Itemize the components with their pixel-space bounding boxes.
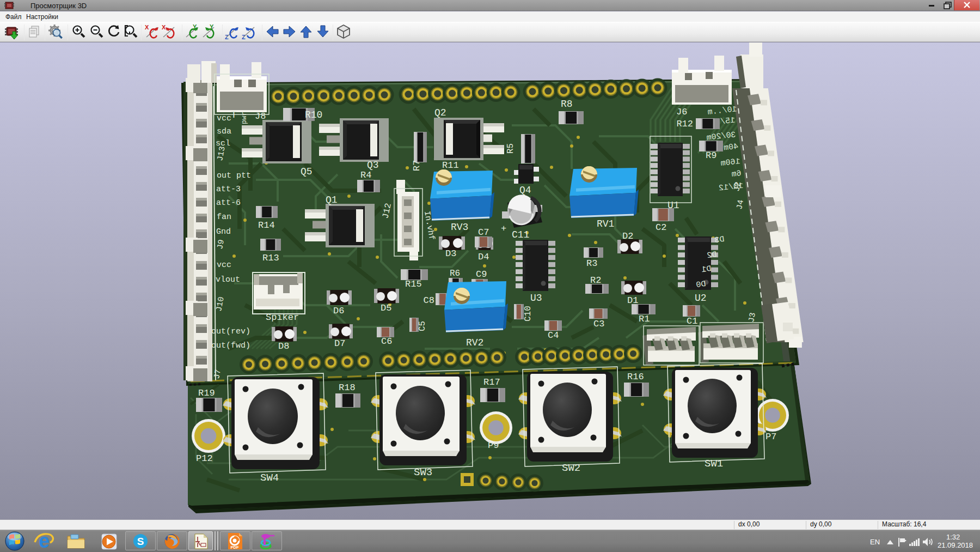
svg-text:R16: R16 bbox=[627, 372, 644, 382]
svg-text:C7: C7 bbox=[478, 227, 489, 238]
svg-text:RV1: RV1 bbox=[597, 219, 614, 229]
svg-text:Q1: Q1 bbox=[326, 195, 338, 205]
svg-text:R19: R19 bbox=[198, 388, 215, 398]
svg-text:R11: R11 bbox=[442, 160, 459, 171]
svg-text:C3: C3 bbox=[593, 319, 604, 329]
svg-text:D3: D3 bbox=[445, 248, 456, 259]
svg-text:C5: C5 bbox=[418, 321, 427, 331]
svg-text:vcc: vcc bbox=[217, 260, 231, 270]
svg-text:R8: R8 bbox=[561, 99, 573, 110]
svg-text:R4: R4 bbox=[360, 170, 371, 180]
svg-text:pwr: pwr bbox=[240, 112, 248, 124]
svg-text:C1: C1 bbox=[687, 316, 697, 326]
svg-text:+: + bbox=[501, 223, 506, 234]
svg-text:RV2: RV2 bbox=[466, 337, 483, 348]
svg-text:R15: R15 bbox=[405, 279, 422, 289]
svg-text:att-6: att-6 bbox=[216, 198, 241, 208]
svg-text:J2: J2 bbox=[732, 181, 743, 192]
svg-text:fan: fan bbox=[217, 213, 231, 222]
svg-text:P12: P12 bbox=[196, 453, 213, 464]
svg-text:6m: 6m bbox=[731, 169, 742, 179]
svg-text:Q4: Q4 bbox=[519, 185, 531, 196]
svg-text:R17: R17 bbox=[483, 377, 500, 387]
svg-text:U3: U3 bbox=[530, 293, 542, 304]
svg-text:out(fwd): out(fwd) bbox=[211, 341, 250, 350]
svg-text:T: T bbox=[231, 110, 237, 120]
svg-text:out(rev): out(rev) bbox=[211, 327, 250, 336]
svg-text:R6: R6 bbox=[450, 269, 460, 278]
svg-text:D2: D2 bbox=[706, 250, 717, 260]
svg-text:40m: 40m bbox=[723, 142, 739, 153]
svg-text:R1: R1 bbox=[639, 314, 650, 324]
svg-text:D7: D7 bbox=[334, 338, 345, 349]
svg-text:PDF: PDF bbox=[231, 545, 239, 550]
svg-text:Q2: Q2 bbox=[434, 107, 446, 118]
svg-text:U2: U2 bbox=[695, 293, 707, 304]
svg-text:J7: J7 bbox=[212, 368, 223, 380]
svg-text:att-3: att-3 bbox=[216, 185, 241, 194]
svg-text:D3: D3 bbox=[714, 235, 725, 245]
svg-text:J9: J9 bbox=[216, 239, 226, 250]
svg-text:R3: R3 bbox=[586, 258, 597, 269]
svg-text:Gnd: Gnd bbox=[216, 227, 231, 236]
svg-text:R10: R10 bbox=[305, 110, 322, 120]
svg-text:J8: J8 bbox=[255, 111, 266, 122]
svg-text:S: S bbox=[137, 536, 144, 547]
svg-text:C11: C11 bbox=[512, 229, 529, 240]
svg-text:R13: R13 bbox=[262, 253, 279, 263]
svg-text:C8: C8 bbox=[424, 295, 434, 306]
svg-text:R7: R7 bbox=[412, 160, 422, 171]
svg-text:R9: R9 bbox=[706, 150, 716, 161]
svg-text:P9: P9 bbox=[488, 440, 499, 451]
svg-text:D1: D1 bbox=[627, 295, 638, 306]
svg-text:C6: C6 bbox=[381, 336, 392, 347]
svg-text:Q3: Q3 bbox=[367, 160, 379, 171]
svg-text:U1: U1 bbox=[667, 200, 679, 211]
svg-text:D0: D0 bbox=[695, 280, 706, 290]
svg-text:sda: sda bbox=[217, 127, 231, 136]
svg-text:out ptt: out ptt bbox=[217, 171, 251, 180]
svg-text:R2: R2 bbox=[590, 275, 601, 286]
svg-text:P7: P7 bbox=[765, 432, 776, 442]
svg-text:C9: C9 bbox=[476, 269, 487, 280]
svg-text:C4: C4 bbox=[548, 330, 559, 341]
svg-text:X: X bbox=[162, 24, 166, 31]
svg-text:J6: J6 bbox=[676, 107, 687, 117]
svg-text:RV3: RV3 bbox=[451, 222, 468, 233]
svg-text:vcc: vcc bbox=[217, 114, 231, 123]
svg-text:SW1: SW1 bbox=[705, 458, 723, 470]
svg-text:X: X bbox=[145, 24, 149, 31]
svg-text:R18: R18 bbox=[339, 383, 356, 393]
svg-text:D2: D2 bbox=[622, 231, 633, 241]
svg-text:D4: D4 bbox=[478, 252, 489, 262]
svg-text:D8: D8 bbox=[278, 341, 289, 351]
svg-text:J4: J4 bbox=[735, 199, 746, 210]
svg-text:SW2: SW2 bbox=[562, 462, 580, 474]
svg-text:D1: D1 bbox=[701, 264, 712, 275]
svg-text:R12: R12 bbox=[676, 119, 693, 129]
svg-text:Q5: Q5 bbox=[301, 166, 313, 177]
svg-text:SW4: SW4 bbox=[260, 472, 279, 484]
svg-text:C10: C10 bbox=[523, 306, 533, 322]
svg-text:D5: D5 bbox=[381, 303, 391, 313]
svg-text:R14: R14 bbox=[258, 220, 275, 230]
svg-text:15/: 15/ bbox=[720, 116, 736, 127]
svg-text:J3: J3 bbox=[747, 312, 758, 323]
svg-text:vlout: vlout bbox=[216, 275, 240, 284]
svg-text:C2: C2 bbox=[656, 222, 666, 233]
svg-text:R5: R5 bbox=[506, 143, 516, 154]
svg-text:D6: D6 bbox=[333, 306, 344, 316]
